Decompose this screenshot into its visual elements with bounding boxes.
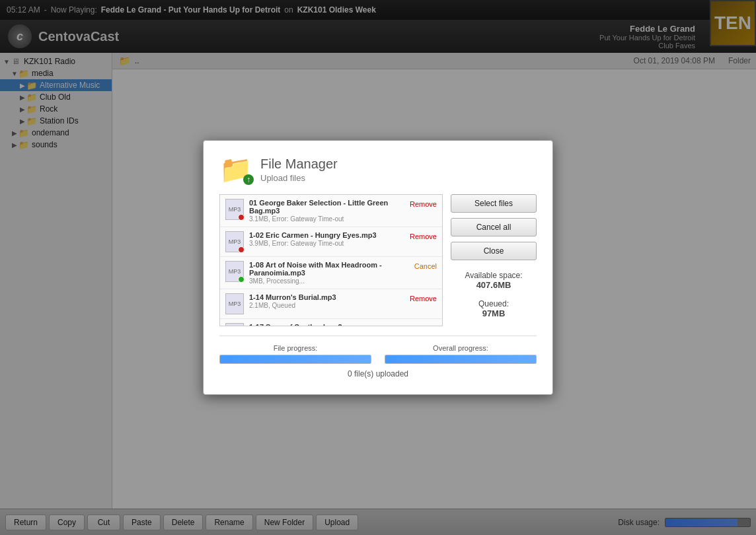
progress-row: File progress: Overall progress: [219,344,537,364]
progress-area: File progress: Overall progress: 0 file(… [219,336,537,378]
modal-right-panel: Select files Cancel all Close Available … [451,194,537,326]
file-progress-bar [219,355,371,364]
file-action-0[interactable]: Remove [410,199,437,208]
file-progress-label: File progress: [219,344,371,352]
file-name-4: 1-17 Sons of Scotland.mp3 [249,323,404,326]
modal-title-block: File Manager Upload files [260,157,338,183]
modal-file-row-3: MP3 1-14 Murron's Burial.mp3 2.1MB, Queu… [220,289,442,319]
modal-subtitle-text: Upload files [260,173,338,183]
overall-progress-fill [385,355,536,363]
modal-file-list: MP3 01 George Baker Selection - Little G… [219,194,443,326]
queued-value: 97MB [451,308,537,318]
upload-status: 0 file(s) uploaded [219,369,537,378]
status-dot-2 [238,276,245,283]
file-thumb-1: MP3 [225,231,244,252]
file-action-3[interactable]: Remove [410,293,437,303]
upload-badge: ↑ [243,174,254,185]
file-meta-1: 3.9MB, Error: Gateway Time-out [249,240,404,247]
file-meta-3: 2.1MB, Queued [249,302,404,309]
available-label: Available space: [451,271,537,280]
file-name-0: 01 George Baker Selection - Little Green… [249,199,404,215]
file-thumb-2: MP3 [225,261,244,282]
file-action-2[interactable]: Cancel [414,261,437,270]
modal-title-row: 📁 ↑ File Manager Upload files [219,154,537,185]
modal-folder-icon: 📁 ↑ [219,154,252,185]
space-info: Available space: 407.6MB Queued: 97MB [451,271,537,318]
cancel-all-button[interactable]: Cancel all [451,218,537,236]
file-info-1: 1-02 Eric Carmen - Hungry Eyes.mp3 3.9MB… [249,231,404,247]
file-action-1[interactable]: Remove [410,231,437,240]
file-info-4: 1-17 Sons of Scotland.mp3 5.9MB, Queued [249,323,404,326]
file-meta-2: 3MB, Processing... [249,277,409,285]
file-info-2: 1-08 Art of Noise with Max Headroom - Pa… [249,261,409,285]
modal-file-row-4: MP3 1-17 Sons of Scotland.mp3 5.9MB, Que… [220,319,442,326]
overall-progress-bar [385,355,537,364]
modal-file-row-1: MP3 1-02 Eric Carmen - Hungry Eyes.mp3 3… [220,227,442,257]
modal-file-row-0: MP3 01 George Baker Selection - Little G… [220,195,442,227]
overall-progress-col: Overall progress: [385,344,537,364]
select-files-button[interactable]: Select files [451,194,537,213]
file-thumb-0: MP3 [225,199,244,220]
file-name-1: 1-02 Eric Carmen - Hungry Eyes.mp3 [249,231,404,239]
file-info-3: 1-14 Murron's Burial.mp3 2.1MB, Queued [249,293,404,309]
file-thumb-3: MP3 [225,293,244,314]
overall-progress-label: Overall progress: [385,344,537,352]
file-action-4[interactable]: Remove [410,323,437,326]
file-name-2: 1-08 Art of Noise with Max Headroom - Pa… [249,261,409,277]
status-dot-1 [238,246,245,253]
file-thumb-4: MP3 [225,323,244,326]
modal-file-list-container: MP3 01 George Baker Selection - Little G… [219,194,537,326]
close-button[interactable]: Close [451,242,537,260]
status-dot-0 [238,214,245,221]
file-progress-fill [220,355,371,363]
queued-label: Queued: [451,299,537,308]
file-manager-modal: 📁 ↑ File Manager Upload files MP3 01 Geo… [203,140,553,395]
modal-overlay: 📁 ↑ File Manager Upload files MP3 01 Geo… [0,0,756,535]
file-info-0: 01 George Baker Selection - Little Green… [249,199,404,223]
file-name-3: 1-14 Murron's Burial.mp3 [249,293,404,301]
file-progress-col: File progress: [219,344,371,364]
modal-title-text: File Manager [260,157,338,172]
available-value: 407.6MB [451,280,537,290]
modal-file-row-2: MP3 1-08 Art of Noise with Max Headroom … [220,257,442,289]
file-meta-0: 3.1MB, Error: Gateway Time-out [249,215,404,223]
